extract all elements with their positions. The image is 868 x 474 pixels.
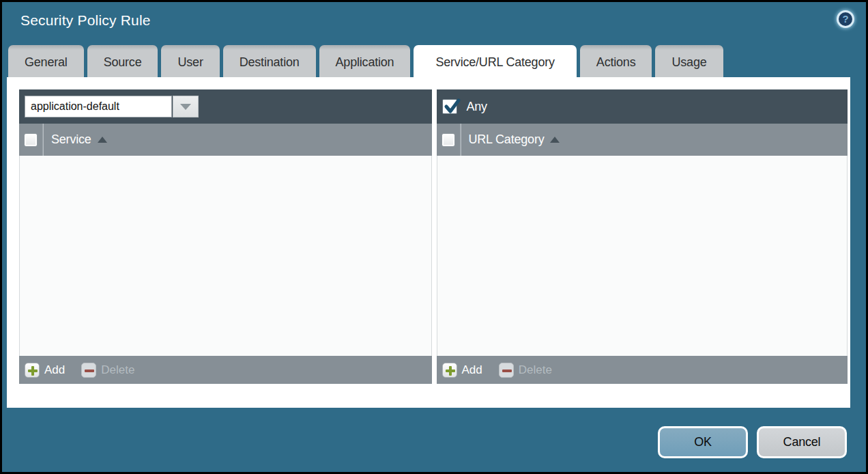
url-category-panel: Any URL Category Add — [437, 89, 848, 384]
service-type-input[interactable] — [25, 96, 172, 117]
url-category-list[interactable] — [437, 156, 848, 356]
tab-destination[interactable]: Destination — [223, 45, 316, 79]
tab-service-url-category[interactable]: Service/URL Category — [414, 45, 576, 80]
dialog-action-buttons: OK Cancel — [658, 426, 847, 458]
security-policy-rule-dialog: Security Policy Rule ? General Source Us… — [2, 2, 866, 472]
dialog-title: Security Policy Rule — [20, 12, 151, 29]
add-button-label: Add — [462, 363, 482, 377]
chevron-down-icon — [180, 104, 191, 110]
service-select-bar — [19, 89, 432, 124]
url-any-bar: Any — [437, 89, 848, 124]
tab-user[interactable]: User — [161, 45, 219, 79]
any-checkbox[interactable] — [442, 99, 457, 114]
delete-icon — [499, 363, 514, 378]
screenshot-root: Security Policy Rule ? General Source Us… — [0, 0, 868, 474]
tab-general[interactable]: General — [8, 45, 84, 79]
delete-button-label: Delete — [519, 363, 552, 377]
tab-bar: General Source User Destination Applicat… — [8, 45, 860, 79]
url-category-footer-toolbar: Add Delete — [437, 356, 848, 384]
tab-source[interactable]: Source — [87, 45, 158, 79]
service-type-dropdown-button[interactable] — [173, 96, 199, 117]
delete-icon — [81, 363, 96, 378]
cancel-button[interactable]: Cancel — [757, 426, 847, 458]
service-select-all-checkbox[interactable] — [24, 133, 38, 147]
service-delete-button[interactable]: Delete — [81, 363, 134, 378]
url-select-all-cell — [437, 124, 460, 156]
service-table-header: Service — [19, 124, 432, 156]
url-category-add-button[interactable]: Add — [442, 363, 482, 378]
any-label: Any — [467, 100, 487, 114]
service-select-all-cell — [19, 124, 42, 156]
add-icon — [442, 363, 457, 378]
service-add-button[interactable]: Add — [25, 363, 65, 378]
sort-ascending-icon[interactable] — [98, 137, 107, 143]
url-category-column-header[interactable]: URL Category — [469, 133, 545, 147]
checkmark-icon — [444, 97, 461, 115]
url-select-all-checkbox[interactable] — [442, 133, 455, 147]
tab-actions[interactable]: Actions — [580, 45, 652, 79]
sort-ascending-icon[interactable] — [550, 137, 560, 143]
service-column-header[interactable]: Service — [51, 133, 91, 147]
tab-application[interactable]: Application — [319, 45, 411, 79]
url-category-table-header: URL Category — [437, 124, 848, 156]
tab-usage[interactable]: Usage — [655, 45, 723, 79]
service-panel: Service Add Delete — [19, 89, 432, 384]
column-separator — [42, 124, 43, 156]
add-button-label: Add — [44, 363, 65, 377]
delete-button-label: Delete — [101, 363, 134, 377]
service-footer-toolbar: Add Delete — [19, 356, 432, 384]
tab-content: Service Add Delete — [7, 77, 850, 408]
service-list[interactable] — [19, 156, 432, 356]
help-icon[interactable]: ? — [837, 10, 854, 28]
column-separator — [460, 124, 461, 156]
url-category-delete-button[interactable]: Delete — [499, 363, 552, 378]
ok-button[interactable]: OK — [658, 426, 748, 458]
add-icon — [25, 363, 40, 378]
